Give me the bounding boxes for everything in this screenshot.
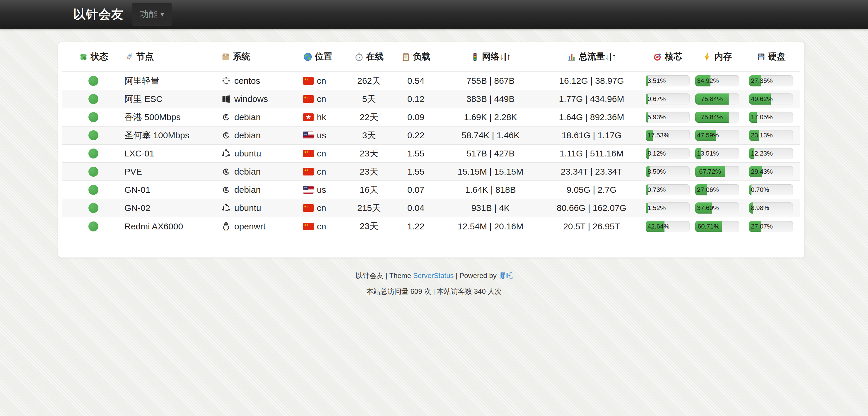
os-name: ubuntu [234, 203, 261, 213]
cpu-percent-label: 8.50% [648, 166, 665, 177]
centos-icon [221, 76, 231, 86]
server-status-card: 状态 节点 系统 位置 在线 负载 网络 [58, 42, 805, 258]
os-name: windows [234, 94, 268, 104]
uptime-value: 3天 [347, 126, 391, 144]
cpu-progress-bar: 5.93% [646, 112, 690, 123]
node-name: GN-02 [124, 199, 221, 217]
total-traffic-value: 1.64G | 892.36M [540, 108, 643, 126]
memory-progress-bar: 75.84% [695, 112, 739, 123]
disk-percent-label: 12.23% [751, 148, 773, 159]
os-name: debian [234, 167, 260, 177]
memory-progress-bar: 27.06% [695, 184, 739, 196]
col-header-location: 位置 [303, 42, 347, 72]
total-traffic-value: 80.66G | 162.07G [540, 199, 643, 217]
table-row[interactable]: LXC-01 ubuntu cn 23天 1.55 517B | 427B 1.… [62, 144, 800, 162]
debian-icon [221, 185, 231, 195]
cpu-progress-bar: 0.73% [646, 184, 690, 196]
lightning-icon [703, 52, 712, 61]
network-speed-value: 12.54M | 20.16M [441, 217, 540, 235]
powered-by-link[interactable]: 哪吒 [498, 272, 513, 279]
debian-icon [221, 167, 231, 177]
location-code: cn [317, 221, 326, 232]
location-code: hk [317, 112, 326, 122]
uptime-value: 16天 [347, 181, 391, 199]
uptime-value: 23天 [347, 162, 391, 181]
os-name: debian [234, 185, 260, 195]
menu-功能-dropdown[interactable]: 功能 ▾ [132, 3, 172, 26]
load-value: 1.55 [391, 162, 441, 181]
openwrt-icon [221, 221, 231, 232]
memory-percent-label: 67.72% [699, 166, 721, 177]
table-row[interactable]: 香港 500Mbps debian hk 22天 0.09 1.69K | 2.… [62, 108, 800, 126]
ubuntu-icon [221, 149, 231, 158]
theme-link[interactable]: ServerStatus [413, 272, 454, 279]
status-online-dot [88, 221, 98, 232]
memory-percent-label: 75.84% [701, 93, 723, 105]
table-row[interactable]: Redmi AX6000 openwrt cn 23天 1.22 12.54M … [62, 217, 800, 235]
memory-progress-bar: 13.51% [695, 148, 739, 159]
memory-percent-label: 37.60% [697, 202, 719, 214]
menu-label: 功能 [140, 8, 158, 21]
network-speed-value: 1.69K | 2.28K [441, 108, 540, 126]
table-row[interactable]: 阿里 ESC windows cn 5天 0.12 383B | 449B 1.… [62, 90, 800, 108]
uptime-value: 262天 [347, 72, 391, 90]
globe-icon [303, 52, 312, 61]
status-online-dot [88, 167, 98, 177]
memory-percent-label: 60.71% [698, 221, 719, 232]
node-name: PVE [124, 162, 221, 181]
network-speed-value: 755B | 867B [441, 72, 540, 90]
disk-progress-bar: 8.98% [749, 202, 793, 214]
status-online-dot [88, 76, 98, 86]
network-speed-value: 58.74K | 1.46K [441, 126, 540, 144]
location-code: us [317, 185, 326, 195]
col-header-load: 负载 [391, 42, 441, 72]
total-traffic-value: 16.12G | 38.97G [540, 72, 643, 90]
table-row[interactable]: 圣何塞 100Mbps debian us 3天 0.22 58.74K | 1… [62, 126, 800, 144]
memory-percent-label: 47.59% [697, 130, 719, 141]
network-speed-value: 15.15M | 15.15M [441, 162, 540, 181]
table-row[interactable]: GN-01 debian us 16天 0.07 1.64K | 818B 9.… [62, 181, 800, 199]
location-code: cn [317, 203, 326, 213]
disk-percent-label: 29.43% [751, 166, 773, 177]
load-value: 0.09 [391, 108, 441, 126]
bar-chart-icon [567, 52, 576, 61]
memory-progress-bar: 75.84% [695, 93, 739, 105]
floppy-disk-icon [756, 52, 766, 61]
os-name: openwrt [234, 221, 266, 232]
network-speed-value: 383B | 449B [441, 90, 540, 108]
uptime-value: 23天 [347, 217, 391, 235]
table-row[interactable]: PVE debian cn 23天 1.55 15.15M | 15.15M 2… [62, 162, 800, 181]
cpu-progress-bar: 8.50% [646, 166, 690, 177]
disk-progress-bar: 27.35% [749, 75, 793, 86]
table-row[interactable]: 阿里轻量 centos cn 262天 0.54 755B | 867B 16.… [62, 72, 800, 90]
os-name: debian [234, 112, 260, 122]
location-code: cn [317, 94, 326, 104]
status-online-dot [88, 203, 98, 213]
footer-credits: 以针会友 | Theme ServerStatus | Powered by 哪… [0, 271, 868, 280]
flag-cn-icon [303, 222, 314, 230]
cpu-percent-label: 5.93% [648, 112, 665, 123]
uptime-value: 215天 [347, 199, 391, 217]
flag-cn-icon [303, 150, 314, 157]
node-name: 阿里轻量 [124, 72, 221, 90]
location-code: cn [317, 167, 326, 177]
navbar: 以针会友 功能 ▾ [0, 0, 868, 29]
total-traffic-value: 23.34T | 23.34T [540, 162, 643, 181]
disk-percent-label: 23.13% [751, 130, 773, 141]
disk-progress-bar: 12.23% [749, 148, 793, 159]
col-header-network: 网络↓|↑ [441, 42, 540, 72]
memory-percent-label: 13.51% [697, 148, 719, 159]
table-row[interactable]: GN-02 ubuntu cn 215天 0.04 931B | 4K 80.6… [62, 199, 800, 217]
node-name: 阿里 ESC [124, 90, 221, 108]
rocket-icon [124, 52, 134, 61]
server-status-table: 状态 节点 系统 位置 在线 负载 网络 [62, 42, 800, 235]
memory-progress-bar: 67.72% [695, 166, 739, 177]
disk-percent-label: 8.98% [751, 202, 769, 214]
disk-percent-label: 0.70% [751, 184, 769, 196]
brand-title: 以针会友 [59, 6, 132, 23]
col-header-disk: 硬盘 [742, 42, 800, 72]
chevron-down-icon: ▾ [160, 11, 164, 18]
flag-cn-icon [303, 204, 314, 212]
flag-us-icon [303, 131, 314, 139]
network-speed-value: 517B | 427B [441, 144, 540, 162]
